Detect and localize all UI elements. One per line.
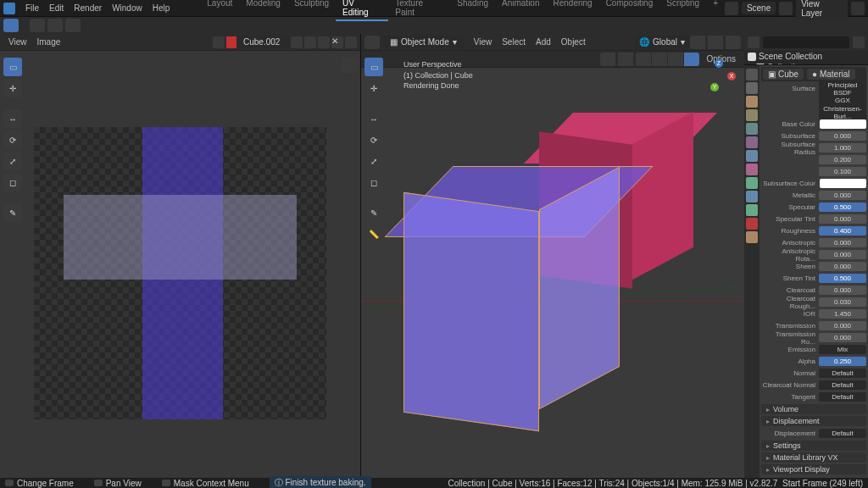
move-tool-icon[interactable]: ↔ (3, 109, 22, 128)
uv-sync-icon[interactable] (30, 19, 45, 32)
vp-scale-tool-icon[interactable]: ⤢ (364, 152, 383, 170)
val-radius2[interactable]: 0.200 (819, 155, 866, 164)
tab-texture-icon[interactable] (746, 231, 758, 243)
val-tangent[interactable]: Default (819, 392, 866, 402)
tab-object-icon[interactable] (746, 136, 758, 148)
ssscolor-swatch[interactable] (820, 179, 866, 188)
basecolor-swatch[interactable] (820, 119, 866, 129)
menu-help[interactable]: Help (147, 1, 175, 15)
uv-vert-icon[interactable] (47, 19, 63, 32)
sss-method-dropdown[interactable]: Christensen-Burl... (819, 104, 866, 121)
orientation-dropdown[interactable]: 🌐 Global ▾ (634, 36, 690, 48)
tab-viewlayer-icon[interactable] (746, 96, 758, 108)
transform-tool-icon[interactable]: ◻ (3, 173, 22, 191)
uv-image-area[interactable] (34, 127, 326, 419)
val-aniso[interactable]: 0.000 (819, 238, 866, 247)
shader-dropdown[interactable]: Principled BSDF (819, 80, 866, 97)
viewlayer-field[interactable]: View Layer (796, 0, 848, 19)
val-speculartint[interactable]: 0.000 (819, 214, 866, 224)
tab-texture-paint[interactable]: Texture Paint (388, 0, 450, 21)
tab-mesh-icon[interactable] (746, 204, 758, 216)
section-settings[interactable]: Settings (761, 441, 866, 451)
uv-edge-icon[interactable] (65, 19, 81, 32)
uv-menu-image[interactable]: Image (32, 36, 66, 48)
tab-constraint-icon[interactable] (746, 191, 758, 202)
outliner-search[interactable] (763, 36, 849, 48)
select-tool-icon[interactable]: ▭ (3, 58, 22, 76)
val-clearcoat[interactable]: 0.000 (819, 286, 866, 295)
tab-uv-editing[interactable]: UV Editing (336, 0, 388, 21)
tab-sculpting[interactable]: Sculpting (287, 0, 336, 21)
scene-field[interactable]: Scene (742, 2, 776, 14)
vp-measure-tool-icon[interactable]: 📏 (364, 225, 383, 243)
proportional-icon[interactable] (726, 36, 741, 49)
viewport-scene[interactable] (361, 51, 744, 478)
pivot-icon[interactable] (690, 36, 705, 49)
tab-material-icon[interactable] (746, 218, 758, 230)
uv-collapse-icon[interactable] (342, 58, 357, 73)
val-sheen[interactable]: 0.000 (819, 262, 866, 271)
section-matlib[interactable]: Material Library VX (761, 452, 866, 463)
gizmo-z-icon[interactable]: Z (715, 59, 723, 68)
snap-icon[interactable] (708, 36, 723, 49)
vp-annotate-tool-icon[interactable]: ✎ (364, 203, 383, 222)
section-volume[interactable]: Volume (761, 404, 866, 414)
tree-scene-collection[interactable]: Scene Collection (744, 51, 868, 62)
image-name-field[interactable]: Cube.002 (238, 36, 289, 48)
vp-menu-select[interactable]: Select (497, 36, 531, 48)
scene-browse-icon[interactable] (725, 2, 738, 15)
cursor-tool-icon[interactable]: ✛ (3, 79, 22, 97)
mode-dropdown[interactable]: ▦ Object Mode ▾ (383, 36, 464, 48)
tab-rendering[interactable]: Rendering (546, 0, 598, 21)
vp-menu-add[interactable]: Add (531, 36, 556, 48)
uv-menu-view[interactable]: View (3, 36, 32, 48)
val-subsurface[interactable]: 0.000 (819, 131, 866, 141)
val-sheentint[interactable]: 0.500 (819, 274, 866, 283)
material-pill[interactable]: ●Material (807, 69, 855, 80)
val-metallic[interactable]: 0.000 (819, 191, 866, 200)
val-ior[interactable]: 1.450 (819, 309, 866, 319)
filter-icon[interactable] (853, 36, 865, 48)
tab-render-icon[interactable] (746, 69, 758, 80)
tab-layout[interactable]: Layout (200, 0, 239, 21)
val-radius3[interactable]: 0.100 (819, 167, 866, 176)
val-alpha[interactable]: 0.250 (819, 357, 866, 366)
tab-modeling[interactable]: Modeling (239, 0, 287, 21)
menu-window[interactable]: Window (107, 1, 147, 15)
tab-animation[interactable]: Animation (495, 0, 546, 21)
val-ccrough[interactable]: 0.030 (819, 297, 866, 307)
vp-cursor-tool-icon[interactable]: ✛ (364, 79, 383, 97)
vp-select-tool-icon[interactable]: ▭ (364, 58, 383, 76)
tab-modifier-icon[interactable] (746, 150, 758, 162)
gizmo-y-icon[interactable]: Y (710, 83, 719, 92)
scale-tool-icon[interactable]: ⤢ (3, 152, 22, 170)
val-specular[interactable]: 0.500 (819, 202, 866, 212)
tab-compositing[interactable]: Compositing (599, 0, 660, 21)
pan-icon[interactable] (726, 111, 741, 126)
menu-edit[interactable]: Edit (44, 1, 69, 15)
ortho-icon[interactable] (726, 147, 741, 162)
outliner-type-icon[interactable] (748, 36, 760, 48)
val-radius1[interactable]: 1.000 (819, 143, 866, 152)
vp-menu-object[interactable]: Object (556, 36, 591, 48)
vp-rotate-tool-icon[interactable]: ⟳ (364, 130, 383, 149)
pin-image-icon[interactable] (345, 36, 357, 48)
object-pill[interactable]: ▣Cube (763, 69, 804, 80)
image-users-icon[interactable] (291, 36, 303, 48)
tab-physics-icon[interactable] (746, 177, 758, 189)
select-box-icon[interactable] (3, 19, 19, 32)
nav-gizmo[interactable]: X Y Z (702, 59, 736, 93)
val-trans[interactable]: 0.000 (819, 321, 866, 330)
close-icon[interactable] (851, 2, 865, 15)
menu-file[interactable]: File (20, 1, 44, 15)
tab-particle-icon[interactable] (746, 164, 758, 175)
unlink-image-icon[interactable]: ✕ (331, 36, 343, 48)
val-emission[interactable]: Mix (819, 345, 866, 354)
gizmo-x-icon[interactable]: X (727, 72, 736, 80)
annotate-tool-icon[interactable]: ✎ (3, 203, 22, 222)
section-vpdisplay[interactable]: Viewport Display (761, 464, 866, 474)
viewlayer-browse-icon[interactable] (779, 2, 793, 15)
tab-add[interactable]: + (706, 0, 725, 21)
editor-type-icon[interactable] (364, 36, 380, 49)
new-image-icon[interactable] (304, 36, 316, 48)
